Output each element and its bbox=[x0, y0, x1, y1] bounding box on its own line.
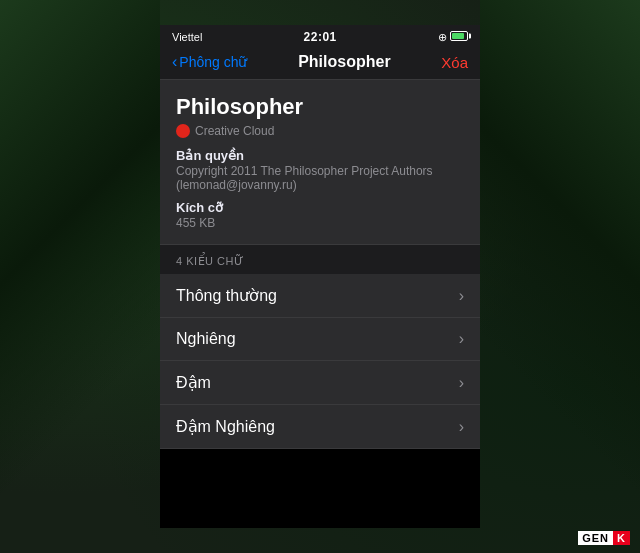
status-bar: Viettel 22:01 ⊕ bbox=[160, 25, 480, 47]
phone-screen: Viettel 22:01 ⊕ ‹ Phông chữ Philosopher … bbox=[160, 25, 480, 528]
chevron-right-icon: › bbox=[459, 330, 464, 348]
location-icon: ⊕ bbox=[438, 31, 447, 44]
font-name: Philosopher bbox=[176, 94, 464, 120]
copyright-label: Bản quyền bbox=[176, 148, 464, 163]
genk-suffix: K bbox=[613, 531, 630, 545]
typeface-label-bold-italic: Đậm Nghiêng bbox=[176, 417, 275, 436]
list-item[interactable]: Đậm Nghiêng › bbox=[160, 405, 480, 448]
font-source-label: Creative Cloud bbox=[195, 124, 274, 138]
battery-fill bbox=[452, 33, 464, 39]
battery-label bbox=[450, 31, 468, 43]
copyright-value: Copyright 2011 The Philosopher Project A… bbox=[176, 164, 464, 192]
chevron-right-icon: › bbox=[459, 418, 464, 436]
size-label: Kích cỡ bbox=[176, 200, 464, 215]
back-button[interactable]: ‹ Phông chữ bbox=[172, 54, 248, 70]
genk-prefix: GEN bbox=[578, 531, 613, 545]
font-source-row: Creative Cloud bbox=[176, 124, 464, 138]
font-preview-section bbox=[160, 448, 480, 528]
typefaces-section-header: 4 KIỂU CHỮ bbox=[160, 245, 480, 274]
delete-button[interactable]: Xóa bbox=[441, 54, 468, 71]
nav-title: Philosopher bbox=[298, 53, 390, 71]
chevron-right-icon: › bbox=[459, 287, 464, 305]
list-item[interactable]: Đậm › bbox=[160, 361, 480, 405]
typeface-label-italic: Nghiêng bbox=[176, 330, 236, 348]
size-value: 455 KB bbox=[176, 216, 464, 230]
list-item[interactable]: Thông thường › bbox=[160, 274, 480, 318]
nav-bar: ‹ Phông chữ Philosopher Xóa bbox=[160, 47, 480, 80]
chevron-right-icon: › bbox=[459, 374, 464, 392]
typeface-label-bold: Đậm bbox=[176, 373, 211, 392]
carrier-label: Viettel bbox=[172, 31, 202, 43]
typeface-label-regular: Thông thường bbox=[176, 286, 277, 305]
adobe-icon bbox=[176, 124, 190, 138]
battery-icon bbox=[450, 31, 468, 41]
chevron-left-icon: ‹ bbox=[172, 54, 177, 70]
status-icons: ⊕ bbox=[438, 31, 468, 44]
back-label: Phông chữ bbox=[179, 54, 247, 70]
list-item[interactable]: Nghiêng › bbox=[160, 318, 480, 361]
typefaces-list: Thông thường › Nghiêng › Đậm › Đậm Nghiê… bbox=[160, 274, 480, 448]
genk-watermark: GEN K bbox=[578, 531, 630, 545]
font-info-section: Philosopher Creative Cloud Bản quyền Cop… bbox=[160, 80, 480, 245]
time-label: 22:01 bbox=[304, 30, 337, 44]
